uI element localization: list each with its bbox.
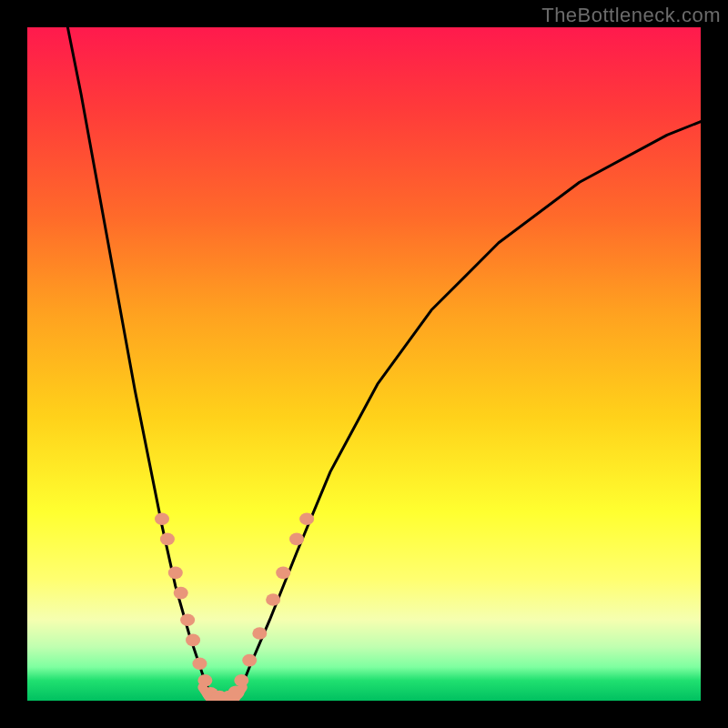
chart-frame: TheBottleneck.com [0,0,728,728]
marker-right-branch-markers [276,567,290,580]
marker-right-branch-markers [234,674,248,687]
series-right-curve [236,122,701,701]
chart-svg [27,27,701,701]
plot-area [27,27,701,701]
series-left-curve [67,27,212,701]
marker-left-branch-markers [186,634,200,647]
marker-left-branch-markers [160,533,175,546]
watermark-text: TheBottleneck.com [541,4,721,27]
marker-right-branch-markers [242,654,257,667]
marker-right-branch-markers [252,627,267,640]
marker-left-branch-markers [180,613,195,626]
marker-left-branch-markers [192,658,207,671]
marker-left-branch-markers [168,567,183,580]
marker-left-branch-markers [197,674,212,687]
marker-left-branch-markers [174,587,188,600]
marker-valley-bottom-markers [228,685,244,699]
marker-left-branch-markers [155,512,169,525]
marker-right-branch-markers [266,593,280,606]
marker-right-branch-markers [289,533,304,546]
marker-right-branch-markers [299,512,314,525]
